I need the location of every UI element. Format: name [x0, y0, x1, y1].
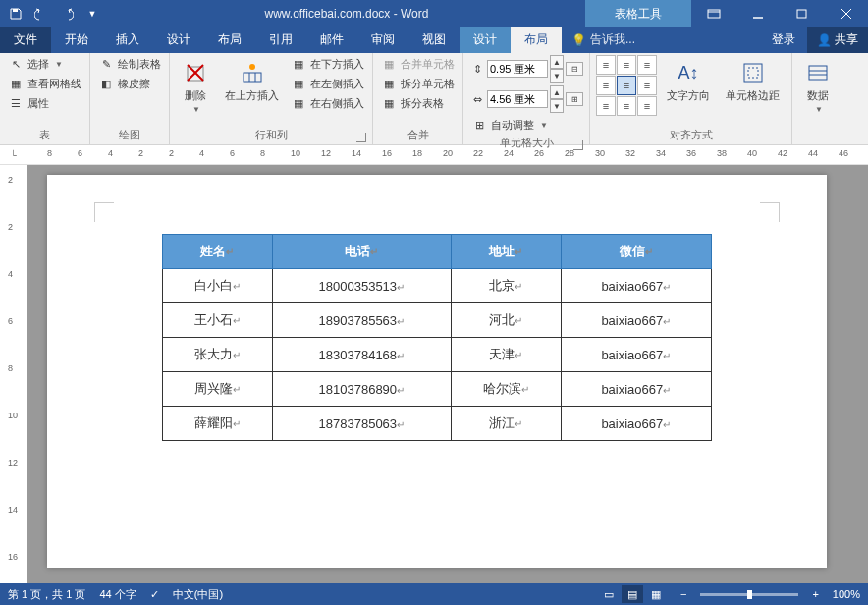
insert-left-button[interactable]: ▦在左侧插入 [289, 75, 366, 92]
print-layout-button[interactable]: ▤ [622, 585, 643, 603]
maximize-button[interactable] [780, 0, 824, 28]
read-mode-button[interactable]: ▭ [598, 585, 620, 603]
tab-design[interactable]: 设计 [153, 27, 204, 53]
zoom-in-button[interactable]: + [812, 588, 818, 600]
page-count[interactable]: 第 1 页，共 1 页 [8, 587, 85, 602]
cell-margins-button[interactable]: 单元格边距 [720, 55, 786, 107]
table-cell[interactable]: baixiao667↵ [561, 372, 711, 407]
align-mr[interactable]: ≡ [637, 76, 657, 95]
table-cell[interactable]: baixiao667↵ [561, 407, 711, 441]
align-tl[interactable]: ≡ [596, 55, 616, 75]
table-cell[interactable]: 北京↵ [452, 269, 562, 303]
table-cell[interactable]: baixiao667↵ [561, 303, 711, 338]
web-layout-button[interactable]: ▦ [645, 585, 667, 603]
height-down[interactable]: ▼ [550, 69, 564, 82]
table-cell[interactable]: 哈尔滨↵ [452, 372, 562, 407]
table-row[interactable]: 周兴隆↵18103786890↵哈尔滨↵baixiao667↵ [163, 372, 712, 407]
table-cell[interactable]: baixiao667↵ [561, 269, 711, 303]
share-button[interactable]: 👤共享 [807, 27, 868, 53]
tab-table-design[interactable]: 设计 [460, 27, 511, 53]
table-cell[interactable]: 浙江↵ [452, 407, 562, 441]
table-cell[interactable]: 18103786890↵ [272, 372, 451, 407]
table-header[interactable]: 电话↵ [272, 235, 451, 269]
align-bl[interactable]: ≡ [596, 96, 616, 116]
col-width-input[interactable] [487, 90, 548, 108]
insert-right-button[interactable]: ▦在右侧插入 [289, 94, 366, 112]
insert-above-button[interactable]: 在上方插入 [219, 55, 285, 107]
merge-cells-button[interactable]: ▦合并单元格 [379, 55, 457, 73]
insert-below-button[interactable]: ▦在下方插入 [289, 55, 366, 73]
properties-button[interactable]: ☰属性 [6, 94, 83, 112]
tab-layout[interactable]: 布局 [204, 27, 255, 53]
document-canvas[interactable]: 姓名↵电话↵地址↵微信↵白小白↵18000353513↵北京↵baixiao66… [27, 165, 868, 587]
tab-home[interactable]: 开始 [51, 27, 102, 53]
table-cell[interactable]: baixiao667↵ [561, 338, 711, 372]
close-button[interactable] [824, 0, 868, 28]
login-button[interactable]: 登录 [760, 27, 807, 53]
document-table[interactable]: 姓名↵电话↵地址↵微信↵白小白↵18000353513↵北京↵baixiao66… [162, 234, 712, 441]
align-tr[interactable]: ≡ [637, 55, 657, 75]
tab-references[interactable]: 引用 [255, 27, 306, 53]
zoom-out-button[interactable]: − [680, 588, 686, 600]
vertical-ruler[interactable]: 2246810121416 [0, 165, 27, 587]
row-height-input[interactable] [487, 60, 548, 78]
distribute-cols-button[interactable]: ⊞ [566, 92, 583, 106]
width-down[interactable]: ▼ [550, 99, 564, 113]
dialog-launcher[interactable] [356, 133, 366, 142]
zoom-level[interactable]: 100% [833, 588, 860, 600]
align-mc[interactable]: ≡ [617, 76, 636, 95]
table-cell[interactable]: 周兴隆↵ [163, 372, 273, 407]
zoom-slider[interactable] [700, 593, 798, 596]
tab-mailings[interactable]: 邮件 [306, 27, 357, 53]
height-up[interactable]: ▲ [550, 55, 564, 69]
table-cell[interactable]: 18000353513↵ [272, 269, 451, 303]
view-gridlines-button[interactable]: ▦查看网格线 [6, 75, 83, 92]
align-bc[interactable]: ≡ [617, 96, 636, 116]
tab-file[interactable]: 文件 [0, 27, 51, 53]
language-status[interactable]: 中文(中国) [173, 587, 223, 602]
table-header[interactable]: 地址↵ [452, 235, 562, 269]
proofing-icon[interactable]: ✓ [150, 588, 159, 601]
undo-button[interactable] [29, 2, 53, 26]
table-cell[interactable]: 18903785563↵ [272, 303, 451, 338]
table-row[interactable]: 薛耀阳↵18783785063↵浙江↵baixiao667↵ [163, 407, 712, 441]
zoom-thumb[interactable] [747, 590, 752, 599]
distribute-rows-button[interactable]: ⊟ [566, 62, 583, 76]
ruler-corner[interactable]: └ [0, 145, 27, 164]
table-header[interactable]: 微信↵ [561, 235, 711, 269]
word-count[interactable]: 44 个字 [99, 587, 136, 602]
table-cell[interactable]: 张大力↵ [163, 338, 273, 372]
table-header[interactable]: 姓名↵ [163, 235, 273, 269]
table-row[interactable]: 张大力↵18303784168↵天津↵baixiao667↵ [163, 338, 712, 372]
split-cells-button[interactable]: ▦拆分单元格 [379, 75, 457, 92]
tab-table-layout[interactable]: 布局 [511, 27, 562, 53]
draw-table-button[interactable]: ✎绘制表格 [96, 55, 163, 73]
autofit-button[interactable]: ⊞自动调整▼ [469, 116, 583, 134]
align-br[interactable]: ≡ [637, 96, 657, 116]
align-ml[interactable]: ≡ [596, 76, 616, 95]
tab-insert[interactable]: 插入 [102, 27, 153, 53]
delete-button[interactable]: 删除▼ [176, 55, 215, 118]
tell-me-search[interactable]: 💡告诉我... [562, 27, 645, 53]
redo-button[interactable] [55, 2, 79, 26]
table-row[interactable]: 王小石↵18903785563↵河北↵baixiao667↵ [163, 303, 712, 338]
table-cell[interactable]: 王小石↵ [163, 303, 273, 338]
width-up[interactable]: ▲ [550, 85, 564, 99]
table-cell[interactable]: 18303784168↵ [272, 338, 451, 372]
table-cell[interactable]: 薛耀阳↵ [163, 407, 273, 441]
table-cell[interactable]: 白小白↵ [163, 269, 273, 303]
table-cell[interactable]: 河北↵ [452, 303, 562, 338]
split-table-button[interactable]: ▦拆分表格 [379, 94, 457, 112]
table-row[interactable]: 白小白↵18000353513↵北京↵baixiao667↵ [163, 269, 712, 303]
select-button[interactable]: ↖选择▼ [6, 55, 83, 73]
align-tc[interactable]: ≡ [617, 55, 636, 75]
horizontal-ruler[interactable]: 8642246810121416182022242628303234363840… [27, 145, 868, 164]
text-direction-button[interactable]: A↕ 文字方向 [661, 55, 716, 107]
tab-view[interactable]: 视图 [408, 27, 460, 53]
eraser-button[interactable]: ◧橡皮擦 [96, 75, 163, 92]
minimize-button[interactable] [735, 0, 780, 28]
table-cell[interactable]: 天津↵ [452, 338, 562, 372]
ribbon-options-button[interactable] [691, 0, 735, 28]
save-button[interactable] [4, 2, 27, 26]
data-button[interactable]: 数据▼ [798, 55, 838, 118]
